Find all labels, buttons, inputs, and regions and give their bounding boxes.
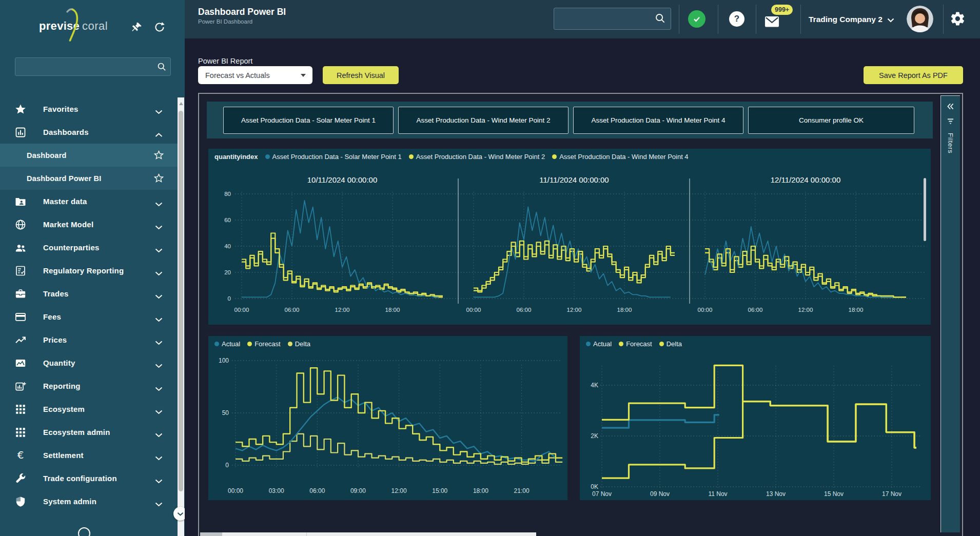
search-icon[interactable] — [654, 12, 666, 24]
chevron-down-icon — [155, 246, 163, 250]
sidebar-item-label: System admin — [43, 497, 96, 506]
report-bottom-scrollbar[interactable] — [200, 532, 536, 536]
sidebar-item-prices[interactable]: Prices — [0, 328, 178, 351]
sidebar-search-input[interactable] — [19, 59, 155, 74]
unpin-sidebar-button[interactable] — [131, 21, 143, 33]
sidebar-item-settlement[interactable]: €Settlement — [0, 444, 178, 467]
plot-area: 0K2K4K07 Nov09 Nov11 Nov13 Nov15 Nov17 N… — [591, 365, 920, 498]
sidebar-item-dashboards[interactable]: Dashboards — [0, 121, 178, 144]
page-subtitle: Power BI Dashboard — [198, 18, 252, 25]
filters-pane-collapsed[interactable]: Filters — [940, 95, 960, 532]
chevron-down-icon — [155, 200, 163, 204]
axis-tick-label: 12:00 — [567, 307, 582, 313]
sidebar-item-label: Reporting — [43, 382, 81, 390]
sidebar-item-market-model[interactable]: Market Model — [0, 213, 178, 236]
chevron-down-icon — [155, 223, 163, 227]
caret-down-icon — [301, 74, 306, 77]
axis-tick-label: 21:00 — [514, 487, 530, 494]
favorite-star-icon[interactable] — [153, 173, 164, 184]
filters-pane-label: Filters — [947, 133, 954, 153]
panel-title: 11/11/2024 00:00:00 — [539, 175, 609, 184]
chevron-down-icon — [155, 315, 163, 320]
checklist-icon — [14, 265, 27, 277]
report-tab-consumer-profile-ok[interactable]: Consumer profile OK — [748, 107, 914, 134]
sidebar-item-counterparties[interactable]: Counterparties — [0, 236, 178, 259]
chart-canvas: 0K2K4K07 Nov09 Nov11 Nov13 Nov15 Nov17 N… — [580, 336, 931, 500]
scrollbar-divider — [306, 532, 307, 536]
filter-icon — [947, 118, 954, 125]
axis-tick-label: 07 Nov — [592, 490, 612, 498]
report-select-value: Forecast vs Actuals — [205, 71, 270, 80]
axis-tick-label: 50 — [222, 409, 229, 416]
report-select-dropdown[interactable]: Forecast vs Actuals — [198, 66, 312, 84]
sidebar-item-quantity[interactable]: Quantity — [0, 351, 178, 374]
sidebar-scrollbar-thumb[interactable] — [179, 111, 183, 491]
sidebar-item-label: Dashboard Power BI — [27, 174, 101, 183]
chart-inner-scrollbar[interactable] — [924, 178, 926, 241]
sidebar-item-dashboard[interactable]: Dashboard — [0, 144, 178, 167]
topbar-divider — [679, 5, 679, 34]
gear-icon — [950, 21, 966, 28]
save-report-pdf-button[interactable]: Save Report As PDF — [864, 66, 963, 84]
report-bottom-scrollbar-thumb[interactable] — [200, 532, 222, 536]
sidebar-scroll-down-button[interactable] — [173, 507, 185, 521]
user-avatar[interactable] — [907, 6, 933, 32]
global-search-input[interactable] — [559, 11, 654, 26]
chevron-down-icon — [155, 384, 163, 389]
axis-tick-label: 12:00 — [335, 307, 350, 313]
report-tab-asset-production-data-solar-meter-point-1[interactable]: Asset Production Data - Solar Meter Poin… — [223, 107, 394, 134]
chevron-down-icon — [155, 430, 163, 435]
topbar-divider — [718, 5, 718, 34]
favorite-star-icon[interactable] — [153, 150, 164, 161]
sidebar-item-system-admin[interactable]: System admin — [0, 490, 178, 513]
sidebar-item-fees[interactable]: Fees — [0, 305, 178, 328]
axis-tick-label: 18:00 — [849, 307, 864, 313]
partial-menu-item-icon — [77, 526, 91, 536]
sidebar-item-dashboard-power-bi[interactable]: Dashboard Power BI — [0, 167, 178, 190]
page-title: Dashboard Power BI — [198, 7, 286, 17]
sidebar-item-label: Master data — [43, 197, 87, 206]
axis-tick-label: 18:00 — [617, 307, 632, 313]
settings-gear-button[interactable] — [950, 11, 966, 27]
search-icon[interactable] — [156, 62, 167, 72]
company-selector[interactable]: Trading Company 2 — [809, 0, 894, 38]
system-status-ok-button[interactable] — [688, 10, 705, 28]
sidebar-search — [15, 57, 171, 76]
chevron-up-icon — [155, 130, 163, 135]
series-line — [474, 207, 671, 297]
report-tab-asset-production-data-wind-meter-point-4[interactable]: Asset Production Data - Wind Meter Point… — [573, 107, 743, 134]
axis-tick-label: 00:00 — [466, 307, 481, 313]
svg-text:€: € — [17, 449, 24, 461]
plot-area: 02040608010/11/2024 00:00:0000:0006:0012… — [224, 175, 925, 313]
pin-off-icon — [131, 27, 143, 35]
dashboards-icon — [14, 126, 27, 138]
sidebar-item-ecosystem-admin[interactable]: Ecosystem admin — [0, 421, 178, 444]
scrollbar-up-arrow[interactable] — [179, 102, 183, 105]
euro-icon: € — [14, 449, 27, 462]
sidebar-item-reporting[interactable]: Reporting — [0, 374, 178, 398]
sidebar-item-trades[interactable]: Trades — [0, 282, 178, 305]
sidebar-item-ecosystem[interactable]: Ecosystem — [0, 398, 178, 421]
chevron-down-icon — [155, 292, 163, 296]
double-chevron-left-icon[interactable] — [947, 103, 954, 110]
sidebar-item-regulatory-reporting[interactable]: Regulatory Reporting — [0, 259, 178, 282]
help-button[interactable]: ? — [729, 11, 744, 27]
refresh-visual-button[interactable]: Refresh Visual — [323, 66, 399, 84]
report-tab-asset-production-data-wind-meter-point-2[interactable]: Asset Production Data - Wind Meter Point… — [398, 107, 569, 134]
axis-tick-label: 12:00 — [798, 307, 813, 313]
axis-tick-label: 06:00 — [309, 487, 325, 494]
sidebar: previse coral FavoritesDashboardsDashboa… — [0, 0, 185, 536]
sidebar-item-favorites[interactable]: Favorites — [0, 97, 178, 121]
avatar-image — [907, 6, 933, 32]
shield-icon — [14, 495, 27, 508]
axis-tick-label: 60 — [224, 217, 231, 223]
axis-tick-label: 00:00 — [234, 307, 249, 313]
wrench-icon — [14, 472, 27, 485]
star-icon — [14, 103, 27, 115]
sidebar-scrollbar[interactable] — [178, 97, 184, 536]
axis-tick-label: 09 Nov — [650, 490, 670, 498]
mail-icon[interactable] — [764, 14, 780, 28]
sidebar-refresh-button[interactable] — [153, 21, 166, 33]
sidebar-item-master-data[interactable]: Master data — [0, 190, 178, 213]
sidebar-item-trade-configuration[interactable]: Trade configuration — [0, 467, 178, 490]
